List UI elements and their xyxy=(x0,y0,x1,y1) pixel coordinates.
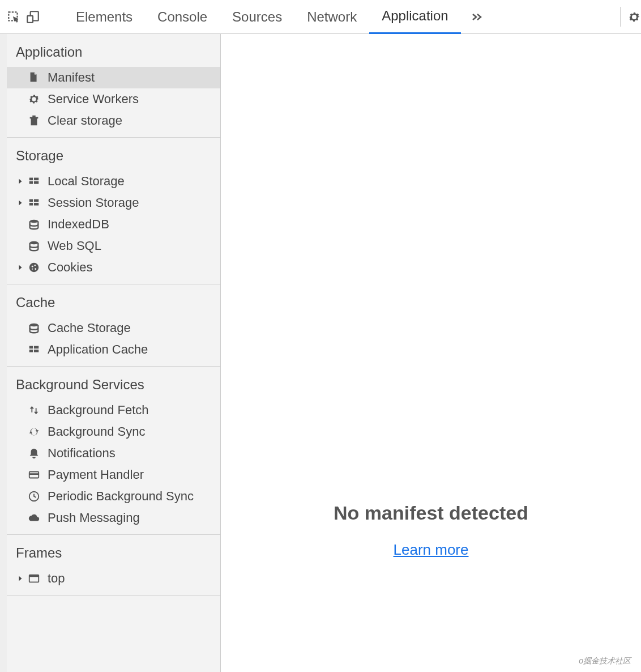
sidebar-item-indexeddb[interactable]: IndexedDB xyxy=(7,214,220,235)
sidebar-item-session-storage[interactable]: Session Storage xyxy=(7,192,220,214)
expand-toggle-icon[interactable] xyxy=(16,575,25,582)
sidebar-item-cookies[interactable]: Cookies xyxy=(7,257,220,278)
toolbar-right xyxy=(620,0,638,33)
sidebar-item-label: Clear storage xyxy=(48,113,220,128)
devtools-toolbar: Elements Console Sources Network Applica… xyxy=(0,0,641,34)
updown-icon xyxy=(27,403,41,417)
sidebar-item-label: Periodic Background Sync xyxy=(48,489,220,504)
sidebar-item-periodic-background-sync[interactable]: Periodic Background Sync xyxy=(7,486,220,507)
tab-elements[interactable]: Elements xyxy=(63,0,145,34)
tab-sources[interactable]: Sources xyxy=(220,0,294,34)
sidebar-item-label: Background Sync xyxy=(48,424,220,439)
tab-network[interactable]: Network xyxy=(294,0,369,34)
section-cache: Cache xyxy=(7,284,220,317)
manifest-empty-message: No manifest detected xyxy=(334,502,528,524)
sidebar-item-label: Push Messaging xyxy=(48,511,220,525)
watermark: o掘金技术社区 xyxy=(579,656,631,666)
sidebar-item-label: Local Storage xyxy=(48,174,220,189)
sidebar-item-notifications[interactable]: Notifications xyxy=(7,443,220,464)
cookie-icon xyxy=(27,261,41,274)
grid-icon xyxy=(27,175,41,188)
tab-application[interactable]: Application xyxy=(369,0,460,34)
sidebar-item-clear-storage[interactable]: Clear storage xyxy=(7,110,220,131)
settings-icon[interactable] xyxy=(627,10,641,24)
sync-icon xyxy=(27,425,41,439)
sidebar-item-label: Payment Handler xyxy=(48,467,220,482)
sidebar-item-push-messaging[interactable]: Push Messaging xyxy=(7,507,220,529)
sidebar-item-label: Cache Storage xyxy=(48,321,220,335)
expand-toggle-icon[interactable] xyxy=(16,199,25,207)
sidebar-item-label: Cookies xyxy=(48,260,220,275)
more-tabs-button[interactable] xyxy=(461,12,494,22)
sidebar-item-label: IndexedDB xyxy=(48,217,220,232)
sidebar-item-application-cache[interactable]: Application Cache xyxy=(7,339,220,360)
clock-icon xyxy=(27,490,41,503)
grid-icon xyxy=(27,196,41,210)
toolbar-icons xyxy=(3,9,46,25)
tab-strip: Elements Console Sources Network Applica… xyxy=(63,0,461,34)
sidebar-item-label: Session Storage xyxy=(48,195,220,210)
bell-icon xyxy=(27,446,41,460)
sidebar-item-web-sql[interactable]: Web SQL xyxy=(7,235,220,257)
db-icon xyxy=(27,218,41,231)
section-storage: Storage xyxy=(7,138,220,171)
device-toggle-icon[interactable] xyxy=(25,9,41,25)
trash-icon xyxy=(27,114,41,127)
application-sidebar: ApplicationManifestService WorkersClear … xyxy=(7,34,221,672)
sidebar-item-local-storage[interactable]: Local Storage xyxy=(7,171,220,192)
learn-more-link[interactable]: Learn more xyxy=(394,541,469,559)
sidebar-item-label: top xyxy=(48,571,220,586)
sidebar-item-label: Notifications xyxy=(48,446,220,461)
sidebar-item-payment-handler[interactable]: Payment Handler xyxy=(7,464,220,486)
expand-toggle-icon[interactable] xyxy=(16,263,25,271)
card-icon xyxy=(27,468,41,482)
sidebar-item-cache-storage[interactable]: Cache Storage xyxy=(7,317,220,339)
inspect-element-icon[interactable] xyxy=(6,9,22,25)
sidebar-item-label: Application Cache xyxy=(48,342,220,357)
db-icon xyxy=(27,321,41,335)
window-icon xyxy=(27,572,41,585)
cloud-icon xyxy=(27,511,41,525)
section-frames: Frames xyxy=(7,535,220,568)
expand-toggle-icon[interactable] xyxy=(16,177,25,185)
sidebar-item-label: Service Workers xyxy=(48,92,220,107)
separator xyxy=(620,7,621,27)
sidebar-item-background-sync[interactable]: Background Sync xyxy=(7,421,220,443)
sidebar-item-manifest[interactable]: Manifest xyxy=(7,67,220,88)
sidebar-item-service-workers[interactable]: Service Workers xyxy=(7,88,220,110)
gear-icon xyxy=(27,92,41,106)
section-background-services: Background Services xyxy=(7,367,220,399)
sidebar-item-label: Manifest xyxy=(48,70,220,85)
sidebar-item-background-fetch[interactable]: Background Fetch xyxy=(7,399,220,421)
main-content: No manifest detected Learn more xyxy=(221,34,641,672)
sidebar-item-top[interactable]: top xyxy=(7,568,220,589)
sidebar-item-label: Web SQL xyxy=(48,239,220,253)
file-icon xyxy=(27,71,41,84)
sidebar-item-label: Background Fetch xyxy=(48,403,220,418)
section-application: Application xyxy=(7,34,220,67)
db-icon xyxy=(27,239,41,253)
grid-icon xyxy=(27,343,41,356)
tab-console[interactable]: Console xyxy=(145,0,220,34)
